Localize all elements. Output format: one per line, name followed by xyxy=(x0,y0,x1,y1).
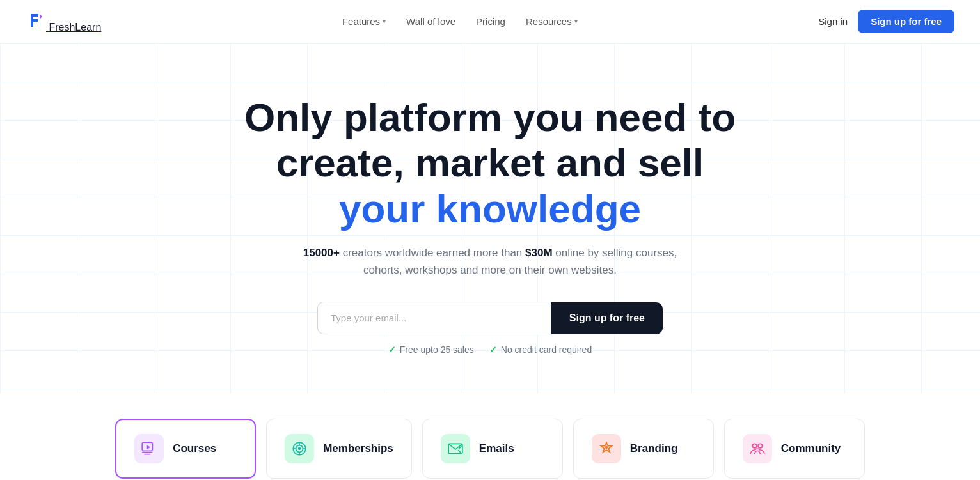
hero-form: Sign up for free xyxy=(317,302,663,334)
signup-nav-button[interactable]: Sign up for free xyxy=(858,10,954,33)
feature-card-emails[interactable]: Emails xyxy=(422,419,563,479)
nav-item-pricing[interactable]: Pricing xyxy=(476,16,505,27)
memberships-label: Memberships xyxy=(323,442,393,455)
signup-hero-button[interactable]: Sign up for free xyxy=(551,302,663,334)
perk-free-sales: ✓ Free upto 25 sales xyxy=(388,345,474,355)
emails-label: Emails xyxy=(479,442,514,455)
svg-point-14 xyxy=(752,444,757,449)
hero-subtitle: 15000+ creators worldwide earned more th… xyxy=(298,244,682,279)
checkmark-icon: ✓ xyxy=(489,345,497,355)
svg-point-13 xyxy=(605,446,608,449)
emails-icon-box xyxy=(441,434,470,463)
hero-perks: ✓ Free upto 25 sales ✓ No credit card re… xyxy=(13,345,967,355)
branding-label: Branding xyxy=(630,442,678,455)
feature-card-community[interactable]: Community xyxy=(724,419,865,479)
svg-line-12 xyxy=(458,450,461,453)
community-label: Community xyxy=(781,442,841,455)
feature-cards: Courses Memberships Email xyxy=(0,393,980,480)
feature-card-branding[interactable]: Branding xyxy=(573,419,714,479)
logo[interactable]: FreshLearn xyxy=(26,10,101,33)
hero-title: Only platform you need to create, market… xyxy=(228,95,752,231)
checkmark-icon: ✓ xyxy=(388,345,396,355)
signin-button[interactable]: Sign in xyxy=(818,16,848,27)
nav-item-walloflove[interactable]: Wall of love xyxy=(406,16,455,27)
community-icon xyxy=(749,440,766,457)
svg-marker-1 xyxy=(147,445,150,450)
nav-actions: Sign in Sign up for free xyxy=(818,10,954,33)
svg-point-10 xyxy=(298,447,301,450)
emails-icon xyxy=(447,440,464,457)
email-input[interactable] xyxy=(317,302,551,334)
logo-text: FreshLearn xyxy=(49,22,101,33)
feature-card-courses[interactable]: Courses xyxy=(115,419,256,479)
navbar: FreshLearn Features ▾ Wall of love Prici… xyxy=(0,0,980,43)
nav-links: Features ▾ Wall of love Pricing Resource… xyxy=(342,16,578,27)
perk-no-credit: ✓ No credit card required xyxy=(489,345,592,355)
community-icon-box xyxy=(743,434,772,463)
courses-icon xyxy=(141,440,157,457)
nav-item-features[interactable]: Features ▾ xyxy=(342,16,386,27)
logo-icon xyxy=(26,10,46,31)
hero-section: Only platform you need to create, market… xyxy=(0,43,980,393)
memberships-icon-box xyxy=(285,434,314,463)
courses-label: Courses xyxy=(173,442,216,455)
svg-point-15 xyxy=(758,444,763,449)
courses-icon-box xyxy=(134,434,164,463)
chevron-down-icon: ▾ xyxy=(574,18,578,25)
feature-card-memberships[interactable]: Memberships xyxy=(266,419,412,479)
nav-item-resources[interactable]: Resources ▾ xyxy=(526,16,578,27)
chevron-down-icon: ▾ xyxy=(383,18,386,25)
branding-icon xyxy=(598,440,615,457)
memberships-icon xyxy=(291,440,308,457)
branding-icon-box xyxy=(592,434,621,463)
